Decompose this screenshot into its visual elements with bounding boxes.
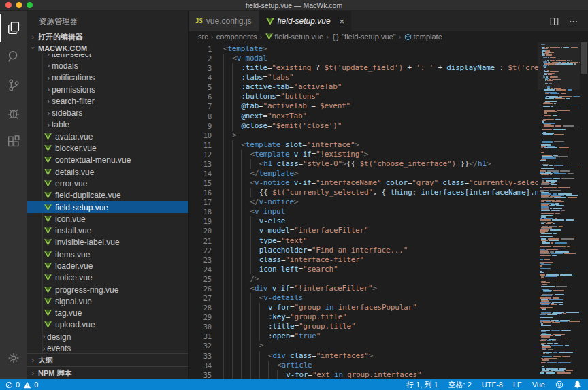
tree-item-icon.vue[interactable]: icon.vue: [27, 213, 188, 225]
outline-section[interactable]: › 大纲: [27, 353, 188, 366]
code-line-27[interactable]: 27<v-details: [189, 293, 538, 303]
status-item[interactable]: LF: [513, 380, 522, 389]
tree-item-upload.vue[interactable]: upload.vue: [27, 319, 188, 331]
code-line-24[interactable]: 24icon-left="search": [189, 265, 538, 274]
tree-item-sidebars[interactable]: ›sidebars: [27, 107, 188, 118]
tree-item-design[interactable]: ›design: [27, 331, 188, 342]
code-line-26[interactable]: 26<div v-if="!interfaceFilter">: [189, 284, 538, 293]
feedback-smiley-icon[interactable]: [555, 380, 564, 389]
code-line-1[interactable]: 1<template>: [189, 44, 538, 54]
tab-vue-config-js[interactable]: JS vue.config.js: [189, 11, 259, 31]
status-item[interactable]: UTF-8: [482, 380, 503, 389]
breadcrumb-item-1[interactable]: src: [198, 33, 208, 41]
status-item[interactable]: Vue: [532, 380, 545, 389]
code-line-3[interactable]: 3:title="existing ? $t('update_field') +…: [189, 63, 538, 73]
code-line-17[interactable]: 17</v-notice>: [189, 197, 538, 207]
tree-item-items.vue[interactable]: items.vue: [27, 248, 188, 260]
code-line-31[interactable]: 31:open="true": [189, 331, 538, 341]
tree-item-contextual-menu.vue[interactable]: contextual-menu.vue: [27, 155, 188, 166]
source-control-icon[interactable]: [0, 71, 27, 99]
workspace-root-section[interactable]: › MACWK.COM: [27, 42, 188, 54]
tree-item-progress-ring.vue[interactable]: progress-ring.vue: [27, 284, 188, 295]
tree-item-install.vue[interactable]: install.vue: [27, 225, 188, 236]
tree-item-error.vue[interactable]: error.vue: [27, 178, 188, 189]
code-line-16[interactable]: 16{{ $t("currently_selected", { thing: i…: [189, 188, 538, 197]
code-line-28[interactable]: 28v-for="group in interfacesPopular": [189, 303, 538, 312]
code-line-29[interactable]: 29:key="group.title": [189, 312, 538, 322]
close-tab-icon[interactable]: ×: [340, 17, 345, 26]
tree-item-search-filter[interactable]: ›search-filter: [27, 95, 188, 107]
tab-field-setup-vue[interactable]: field-setup.vue ×: [259, 11, 352, 31]
code-line-7[interactable]: 7@tab="activeTab = $event": [189, 101, 538, 111]
warnings-status[interactable]: 0: [23, 380, 38, 389]
tree-item-field-setup.vue[interactable]: field-setup.vue: [27, 201, 188, 213]
tree-item-details.vue[interactable]: details.vue: [27, 166, 188, 178]
errors-status[interactable]: 0: [5, 380, 20, 389]
code-line-9[interactable]: 9@close="$emit('close')": [189, 121, 538, 131]
code-line-22[interactable]: 22placeholder="Find an interface...": [189, 246, 538, 255]
code-line-19[interactable]: 19v-else: [189, 216, 538, 226]
split-editor-icon[interactable]: [550, 17, 559, 26]
code-line-2[interactable]: 2<v-modal: [189, 54, 538, 63]
line-number: 20: [189, 226, 223, 235]
npm-scripts-section[interactable]: › NPM 脚本: [27, 366, 188, 379]
code-line-5[interactable]: 5:active-tab="activeTab": [189, 82, 538, 92]
tree-item-notifications[interactable]: ›notifications: [27, 72, 188, 84]
code-line-34[interactable]: 34<article: [189, 361, 538, 370]
tree-item-invisible-label.vue[interactable]: invisible-label.vue: [27, 237, 188, 248]
extensions-icon[interactable]: [0, 128, 27, 157]
code-line-20[interactable]: 20v-model="interfaceFilter": [189, 226, 538, 235]
tree-item-blocker.vue[interactable]: blocker.vue: [27, 142, 188, 154]
breadcrumb-item-4[interactable]: {}"field-setup.vue": [331, 33, 395, 41]
settings-gear-icon[interactable]: [0, 344, 27, 372]
breadcrumb-item-3[interactable]: field-setup.vue: [265, 33, 324, 41]
tree-item-events[interactable]: ›events: [27, 342, 188, 353]
code-line-11[interactable]: 11<template slot="interface">: [189, 140, 538, 150]
tree-item-modals[interactable]: ›modals: [27, 60, 188, 71]
open-editors-section[interactable]: › 打开的编辑器: [27, 31, 188, 42]
code-line-30[interactable]: 30:title="group.title": [189, 322, 538, 331]
breadcrumb-label: template: [414, 33, 442, 41]
search-icon[interactable]: [0, 42, 27, 71]
editor-scrollbar[interactable]: [580, 42, 588, 379]
code-line-8[interactable]: 8@next="nextTab": [189, 112, 538, 121]
status-item[interactable]: 行 1, 列 1: [406, 380, 438, 390]
tree-item-table[interactable]: ›table: [27, 119, 188, 131]
breadcrumb-item-5[interactable]: template: [404, 33, 442, 41]
code-line-12[interactable]: 12<template v-if="!existing">: [189, 150, 538, 159]
status-item[interactable]: 空格: 2: [448, 380, 472, 390]
debug-icon[interactable]: [0, 99, 27, 128]
explorer-icon[interactable]: [0, 14, 27, 42]
code-line-13[interactable]: 13<h1 class="style-0">{{ $t("choose_inte…: [189, 159, 538, 169]
code-line-32[interactable]: 32>: [189, 341, 538, 351]
tree-item-signal.vue[interactable]: signal.vue: [27, 295, 188, 307]
code-line-25[interactable]: 25/>: [189, 274, 538, 284]
code-line-35[interactable]: 35v-for="ext in group.interfaces": [189, 370, 538, 379]
breadcrumb-item-2[interactable]: components: [216, 33, 257, 41]
code-line-23[interactable]: 23class="interface-filter": [189, 255, 538, 265]
tree-item-notice.vue[interactable]: notice.vue: [27, 272, 188, 284]
tree-item-field-duplicate.vue[interactable]: field-duplicate.vue: [27, 190, 188, 201]
tree-item-avatar.vue[interactable]: avatar.vue: [27, 131, 188, 142]
more-actions-icon[interactable]: ⋯: [569, 16, 578, 27]
zoom-window-button[interactable]: [27, 2, 33, 8]
code-line-6[interactable]: 6:buttons="buttons": [189, 92, 538, 101]
code-line-10[interactable]: 10>: [189, 131, 538, 140]
tree-item-loader.vue[interactable]: loader.vue: [27, 260, 188, 272]
tree-item-permissions[interactable]: ›permissions: [27, 84, 188, 95]
code-line-15[interactable]: 15<v-notice v-if="interfaceName" color="…: [189, 178, 538, 188]
tree-item-tag.vue[interactable]: tag.vue: [27, 308, 188, 319]
code-line-33[interactable]: 33<div class="interfaces">: [189, 351, 538, 361]
code-line-14[interactable]: 14</template>: [189, 169, 538, 178]
minimap[interactable]: [538, 42, 580, 379]
tree-item-item-select[interactable]: ›item-select: [27, 54, 188, 60]
code-line-21[interactable]: 21type="text": [189, 236, 538, 246]
notifications-bell-icon[interactable]: [574, 380, 581, 389]
code-editor[interactable]: 1<template>2<v-modal3:title="existing ? …: [189, 42, 538, 379]
code-line-18[interactable]: 18<v-input: [189, 207, 538, 216]
code-line-4[interactable]: 4:tabs="tabs": [189, 73, 538, 82]
scrollbar-thumb[interactable]: [581, 42, 587, 74]
close-window-button[interactable]: [5, 2, 12, 8]
open-editors-label: 打开的编辑器: [38, 32, 83, 42]
minimize-window-button[interactable]: [16, 2, 22, 8]
